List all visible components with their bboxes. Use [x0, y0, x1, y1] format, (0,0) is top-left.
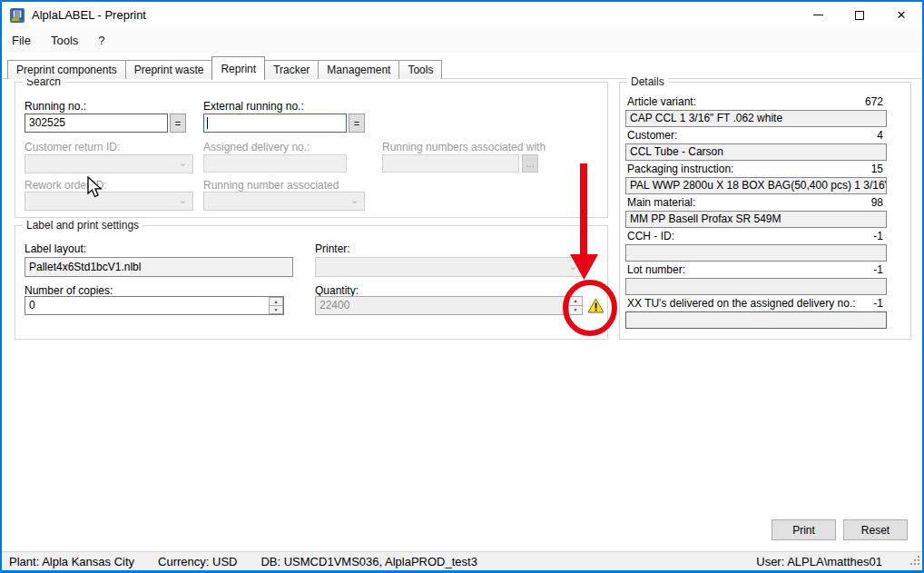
quantity-input: 22400 — [315, 296, 566, 315]
detail-label: Main material: — [627, 196, 695, 209]
tab-reprint[interactable]: Reprint — [211, 56, 265, 80]
chevron-down-icon: ⌄ — [350, 194, 359, 206]
detail-value: CAP CCL 1 3/16" FT .062 white — [625, 110, 887, 127]
rework-order-id-combobox: ⌄ — [25, 192, 193, 211]
tab-management[interactable]: Management — [318, 60, 399, 79]
external-running-no-label: External running no.: — [203, 100, 304, 113]
detail-id: -1 — [873, 263, 883, 276]
label-layout-combobox[interactable]: Pallet4x6Std1bcV1.nlbl — [25, 257, 293, 277]
chevron-down-icon: ⌄ — [569, 261, 577, 272]
label-print-settings-group: Label and print settings Label layout: P… — [15, 225, 608, 340]
search-group: Search Running no.: 302525 = External ru… — [15, 82, 608, 218]
detail-id: 98 — [871, 196, 883, 209]
detail-id: 15 — [871, 163, 883, 175]
status-currency: Currency: USD — [158, 555, 237, 568]
detail-label: Article variant: — [627, 95, 696, 108]
minimize-button[interactable] — [797, 2, 839, 28]
chevron-down-icon: ⌄ — [179, 194, 187, 206]
rework-order-id-label: Rework order ID: — [25, 179, 107, 192]
reset-button[interactable]: Reset — [843, 519, 908, 540]
detail-id: 4 — [877, 129, 883, 142]
running-numbers-associated-with-label: Running numbers associated with — [382, 141, 546, 153]
tab-preprint-components[interactable]: Preprint components — [7, 60, 126, 79]
print-button[interactable]: Print — [772, 519, 836, 540]
customer-return-id-combobox: ⌄ — [25, 154, 193, 173]
resize-grip-icon[interactable] — [909, 554, 920, 568]
label-print-settings-title: Label and print settings — [23, 219, 143, 232]
detail-label: Lot number: — [627, 263, 685, 276]
assigned-delivery-no-input — [203, 154, 347, 173]
status-db: DB: USMCD1VMS036, AlplaPROD_test3 — [260, 555, 477, 568]
close-button[interactable]: ✕ — [880, 2, 922, 28]
printer-combobox: ⌄ — [315, 257, 584, 277]
menu-bar: File Tools ? — [2, 28, 922, 53]
tab-tracker[interactable]: Tracker — [264, 60, 319, 79]
number-of-copies-input[interactable]: 0 — [25, 296, 284, 315]
title-bar: AlplaLABEL - Preprint ✕ — [2, 2, 922, 28]
running-no-label: Running no.: — [25, 100, 86, 113]
running-number-associated-label: Running number associated — [203, 179, 339, 192]
spin-up-button[interactable]: ▲ — [568, 296, 583, 306]
spin-down-button[interactable]: ▼ — [269, 306, 283, 314]
text-caret — [207, 117, 208, 129]
running-number-associated-combobox: ⌄ — [203, 192, 365, 211]
running-numbers-associated-with-input — [382, 154, 519, 173]
detail-value — [625, 278, 887, 295]
quantity-spinner: ▲ ▼ — [568, 296, 583, 315]
window-title: AlplaLABEL - Preprint — [32, 8, 146, 22]
tab-tools[interactable]: Tools — [398, 60, 442, 79]
maximize-button[interactable] — [839, 2, 880, 28]
status-bar: Plant: Alpla Kansas City Currency: USD D… — [2, 551, 922, 570]
detail-value — [625, 311, 887, 329]
detail-value: CCL Tube - Carson — [625, 143, 887, 161]
spin-up-button[interactable]: ▲ — [269, 297, 283, 306]
maximize-icon — [855, 11, 864, 20]
close-icon: ✕ — [897, 9, 907, 21]
status-plant: Plant: Alpla Kansas City — [9, 555, 134, 568]
status-user: User: ALPLA\matthes01 — [756, 555, 882, 568]
menu-tools[interactable]: Tools — [41, 30, 88, 51]
detail-value — [625, 244, 887, 262]
number-of-copies-spinner: ▲ ▼ — [269, 297, 283, 314]
minimize-icon — [813, 15, 823, 15]
detail-id: 672 — [865, 95, 883, 108]
detail-label: CCH - ID: — [627, 230, 674, 242]
app-window: AlplaLABEL - Preprint ✕ File Tools ? Pre… — [0, 0, 924, 573]
running-no-equals-button[interactable]: = — [170, 114, 186, 133]
assigned-delivery-no-label: Assigned delivery no.: — [203, 141, 310, 153]
number-of-copies-label: Number of copies: — [25, 284, 113, 297]
chevron-down-icon: ⌄ — [179, 157, 187, 169]
menu-file[interactable]: File — [2, 30, 41, 51]
printer-label: Printer: — [315, 242, 350, 255]
app-icon — [10, 8, 25, 23]
menu-help[interactable]: ? — [88, 30, 114, 51]
detail-label: XX TU's delivered on the assigned delive… — [627, 297, 856, 310]
details-group: Details Article variant: 672 CAP CCL 1 3… — [619, 82, 911, 340]
detail-value: MM PP Basell Profax SR 549M — [625, 211, 887, 228]
running-numbers-browse-button: ... — [522, 154, 538, 173]
detail-id: -1 — [873, 230, 883, 242]
label-layout-label: Label layout: — [25, 242, 86, 255]
tab-preprint-waste[interactable]: Preprint waste — [125, 60, 213, 79]
detail-label: Packaging instruction: — [627, 163, 733, 175]
detail-id: -1 — [873, 297, 883, 310]
detail-value: PAL WWP 2800u X 18 BOX BAG(50,400 pcs) 1… — [625, 177, 887, 194]
external-running-no-equals-button[interactable]: = — [349, 114, 365, 133]
warning-icon — [587, 298, 605, 313]
details-group-title: Details — [627, 75, 668, 88]
window-controls: ✕ — [797, 2, 922, 28]
quantity-label: Quantity: — [315, 284, 359, 297]
spin-down-button[interactable]: ▼ — [568, 306, 583, 315]
tab-strip: Preprint components Preprint waste Repri… — [2, 54, 922, 79]
customer-return-id-label: Customer return ID: — [25, 141, 120, 153]
tab-page-reprint: Search Running no.: 302525 = External ru… — [2, 79, 922, 551]
running-no-input[interactable]: 302525 — [25, 114, 168, 133]
detail-label: Customer: — [627, 129, 677, 142]
external-running-no-input[interactable] — [203, 114, 347, 133]
